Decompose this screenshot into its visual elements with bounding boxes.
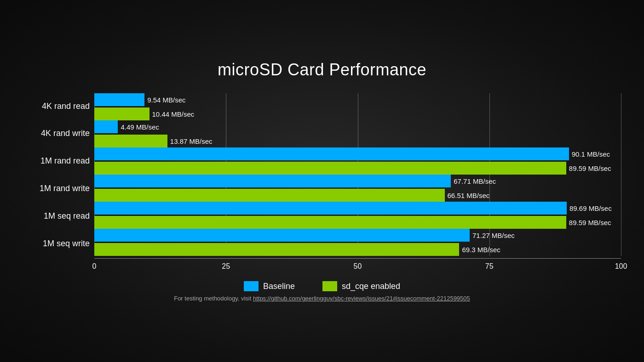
footnote-prefix: For testing methodology, visit — [174, 295, 253, 302]
bar-row-sdcqe: 89.59 MB/sec — [94, 162, 621, 175]
bar-group: 67.71 MB/sec66.51 MB/sec — [94, 175, 621, 202]
x-tick-label: 25 — [222, 262, 230, 271]
bar-group: 89.69 MB/sec89.59 MB/sec — [94, 202, 621, 229]
bar-group: 71.27 MB/sec69.3 MB/sec — [94, 229, 621, 256]
bar-sdcqe — [94, 162, 566, 175]
bar-baseline — [94, 120, 118, 133]
legend-color-baseline — [244, 281, 259, 291]
y-label: 1M rand read — [23, 156, 90, 166]
bar-sdcqe — [94, 135, 167, 147]
bar-baseline — [94, 147, 569, 160]
bar-label-sdcqe: 89.59 MB/sec — [569, 219, 611, 226]
bar-row-baseline: 9.54 MB/sec — [94, 93, 621, 106]
bar-row-sdcqe: 66.51 MB/sec — [94, 189, 621, 202]
bar-label-sdcqe: 89.59 MB/sec — [569, 164, 611, 172]
bar-label-sdcqe: 66.51 MB/sec — [448, 192, 490, 199]
bar-label-baseline: 4.49 MB/sec — [121, 123, 159, 131]
x-tick-label: 75 — [485, 262, 494, 271]
bar-row-sdcqe: 89.59 MB/sec — [94, 216, 621, 229]
footnote-link[interactable]: https://github.com/geerlingguy/sbc-revie… — [253, 295, 470, 302]
y-label-group: 1M seq write — [23, 231, 90, 258]
legend-item-sdcqe: sd_cqe enabled — [322, 281, 400, 291]
y-label-group: 1M rand write — [23, 175, 90, 203]
legend-label-baseline: Baseline — [263, 282, 295, 291]
bar-sdcqe — [94, 243, 459, 256]
legend-color-sdcqe — [322, 281, 337, 291]
bars-section: 9.54 MB/sec10.44 MB/sec4.49 MB/sec13.87 … — [94, 93, 621, 256]
y-label: 4K rand write — [23, 129, 90, 139]
bar-label-sdcqe: 10.44 MB/sec — [152, 110, 195, 118]
grid-line — [621, 93, 621, 256]
bar-label-baseline: 89.69 MB/sec — [569, 204, 612, 212]
bar-row-baseline: 89.69 MB/sec — [94, 202, 621, 215]
bar-baseline — [94, 202, 567, 215]
y-label: 4K rand read — [23, 102, 90, 112]
x-tick-label: 100 — [615, 262, 627, 271]
bar-row-baseline: 67.71 MB/sec — [94, 175, 621, 187]
bar-label-sdcqe: 13.87 MB/sec — [170, 137, 213, 145]
bar-baseline — [94, 93, 144, 106]
bar-label-baseline: 90.1 MB/sec — [572, 150, 610, 158]
bar-group: 9.54 MB/sec10.44 MB/sec — [94, 93, 621, 120]
bar-row-sdcqe: 69.3 MB/sec — [94, 243, 621, 256]
bar-row-sdcqe: 13.87 MB/sec — [94, 135, 621, 147]
bar-row-baseline: 90.1 MB/sec — [94, 147, 621, 160]
bar-sdcqe — [94, 107, 150, 120]
y-label-group: 1M seq read — [23, 203, 90, 231]
y-label: 1M seq read — [23, 211, 90, 221]
bar-group: 4.49 MB/sec13.87 MB/sec — [94, 120, 621, 147]
chart-container: 4K rand read4K rand write1M rand read1M … — [23, 93, 621, 277]
y-label-group: 1M rand read — [23, 148, 90, 176]
legend-label-sdcqe: sd_cqe enabled — [342, 282, 400, 291]
chart-title: microSD Card Performance — [218, 60, 426, 79]
bar-row-baseline: 4.49 MB/sec — [94, 120, 621, 133]
y-label-group: 4K rand write — [23, 121, 90, 148]
bar-baseline — [94, 229, 470, 242]
legend: Baseline sd_cqe enabled — [244, 281, 400, 291]
bar-label-baseline: 9.54 MB/sec — [147, 96, 185, 104]
bar-row-baseline: 71.27 MB/sec — [94, 229, 621, 242]
bar-sdcqe — [94, 216, 566, 229]
footnote: For testing methodology, visit https://g… — [174, 295, 470, 302]
bar-baseline — [94, 175, 451, 187]
y-axis-labels: 4K rand read4K rand write1M rand read1M … — [23, 93, 94, 277]
bar-label-sdcqe: 69.3 MB/sec — [462, 246, 500, 254]
bar-label-baseline: 71.27 MB/sec — [472, 232, 515, 239]
chart-area: 9.54 MB/sec10.44 MB/sec4.49 MB/sec13.87 … — [94, 93, 621, 277]
x-tick-label: 50 — [354, 262, 362, 271]
legend-item-baseline: Baseline — [244, 281, 295, 291]
bar-sdcqe — [94, 189, 445, 202]
y-label: 1M seq write — [23, 239, 90, 249]
bar-row-sdcqe: 10.44 MB/sec — [94, 107, 621, 120]
bar-label-baseline: 67.71 MB/sec — [454, 177, 496, 185]
bar-group: 90.1 MB/sec89.59 MB/sec — [94, 147, 621, 175]
x-axis: 0255075100 — [94, 258, 621, 277]
y-label-group: 4K rand read — [23, 93, 90, 121]
y-label: 1M rand write — [23, 184, 90, 194]
x-tick-label: 0 — [92, 262, 97, 271]
